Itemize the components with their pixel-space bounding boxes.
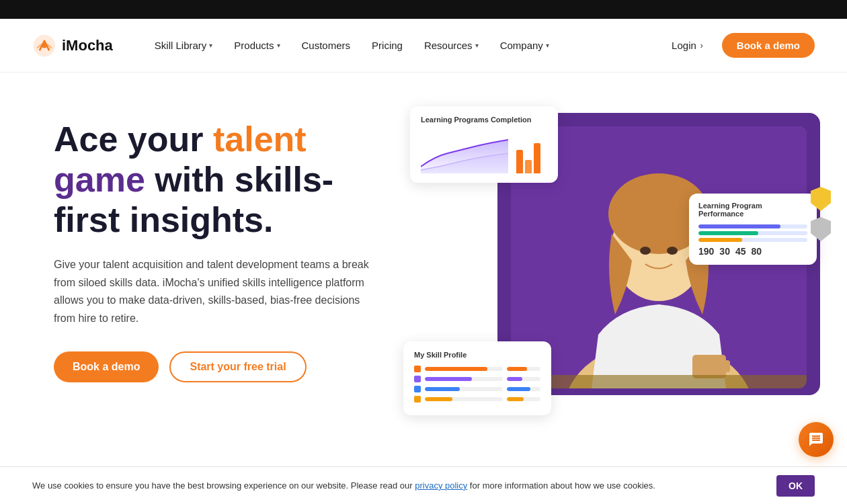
- skill-dot-3: [414, 386, 421, 392]
- chevron-down-icon: ▾: [546, 42, 549, 49]
- heading-game: game: [54, 160, 145, 199]
- skill-bar-bg-1: [425, 367, 503, 371]
- skill-bar-bg-3: [425, 387, 503, 391]
- card-lpp: Learning Program Performance 190: [689, 194, 817, 265]
- perf-num-1: 190: [698, 246, 714, 257]
- skill-bar-right-fill-1: [507, 367, 527, 371]
- shield-badges: [809, 185, 832, 243]
- perf-num-3: 45: [735, 246, 746, 257]
- logo-text: iMocha: [62, 37, 113, 54]
- hero-right: Learning Programs Completion: [417, 106, 793, 429]
- skill-row-1: [414, 366, 540, 372]
- free-trial-button[interactable]: Start your free trial: [169, 351, 306, 382]
- nav-item-products[interactable]: Products ▾: [225, 34, 289, 56]
- svg-rect-6: [692, 355, 726, 378]
- nav-item-pricing[interactable]: Pricing: [362, 34, 412, 56]
- card-learning-programs: Learning Programs Completion: [410, 106, 558, 183]
- skill-dot-2: [414, 376, 421, 382]
- skill-bar-fill-1: [425, 367, 487, 371]
- nav-right: Login › Book a demo: [663, 33, 815, 58]
- chevron-down-icon: ▾: [277, 42, 280, 49]
- skill-bar-fill-2: [425, 377, 472, 381]
- book-demo-nav-button[interactable]: Book a demo: [722, 33, 815, 58]
- lpc-bars: [516, 143, 540, 173]
- skill-row-2: [414, 376, 540, 382]
- skill-bar-right-fill-3: [507, 387, 530, 391]
- hero-heading: Ace your talent game with skills-first i…: [54, 120, 390, 240]
- shield-gray-icon: [809, 216, 832, 243]
- perf-num-4: 80: [752, 246, 762, 257]
- skill-dot-1: [414, 366, 421, 372]
- cookie-text-before: We use cookies to ensure you have the be…: [32, 480, 415, 491]
- svg-point-10: [667, 247, 678, 255]
- nav-item-customers[interactable]: Customers: [292, 34, 360, 56]
- nav-item-company[interactable]: Company ▾: [491, 34, 559, 56]
- hero-buttons: Book a demo Start your free trial: [54, 351, 390, 382]
- privacy-policy-link[interactable]: privacy policy: [415, 480, 467, 491]
- skill-bar-bg-4: [425, 397, 503, 401]
- cookie-text: We use cookies to ensure you have the be…: [32, 479, 655, 493]
- top-bar: [0, 0, 847, 19]
- hero-left: Ace your talent game with skills-first i…: [54, 113, 390, 382]
- svg-rect-8: [511, 375, 807, 388]
- card-lpc-title: Learning Programs Completion: [421, 116, 547, 124]
- hero-subtext: Give your talent acquisition and talent …: [54, 256, 376, 327]
- logo[interactable]: iMocha: [32, 34, 113, 58]
- skill-bar-right-3: [507, 387, 540, 391]
- card-skill-profile: My Skill Profile: [403, 341, 551, 415]
- cookie-ok-button[interactable]: OK: [776, 475, 815, 497]
- cookie-text-after: for more information about how we use co…: [467, 480, 655, 491]
- login-button[interactable]: Login ›: [663, 34, 711, 56]
- perf-num-2: 30: [719, 246, 730, 257]
- chevron-right-icon: ›: [700, 41, 703, 50]
- svg-rect-7: [725, 360, 730, 372]
- heading-talent: talent: [213, 120, 307, 159]
- heading-ace-your: Ace your: [54, 120, 213, 159]
- book-demo-hero-button[interactable]: Book a demo: [54, 351, 159, 382]
- skill-row-3: [414, 386, 540, 392]
- navbar: iMocha Skill Library ▾ Products ▾ Custom…: [0, 19, 847, 73]
- chat-icon: [808, 431, 824, 448]
- lpc-chart: [421, 133, 508, 173]
- card-msp-title: My Skill Profile: [414, 351, 540, 359]
- skill-bar-right-4: [507, 397, 540, 401]
- skill-bar-right-fill-2: [507, 377, 522, 381]
- skill-bar-right-2: [507, 377, 540, 381]
- cookie-banner: We use cookies to ensure you have the be…: [0, 466, 847, 504]
- skill-bar-right-1: [507, 367, 540, 371]
- skill-row-4: [414, 396, 540, 403]
- nav-item-skill-library[interactable]: Skill Library ▾: [145, 34, 223, 56]
- skill-bar-right-fill-4: [507, 397, 524, 401]
- chevron-down-icon: ▾: [475, 42, 479, 49]
- chevron-down-icon: ▾: [209, 42, 212, 49]
- shield-gold-icon: [809, 185, 832, 212]
- nav-item-resources[interactable]: Resources ▾: [415, 34, 488, 56]
- nav-links: Skill Library ▾ Products ▾ Customers Pri…: [145, 34, 663, 56]
- perf-numbers: 190 30 45 80: [698, 246, 807, 257]
- skill-dot-4: [414, 396, 421, 403]
- hero-section: Ace your talent game with skills-first i…: [0, 73, 847, 466]
- skill-bar-bg-2: [425, 377, 503, 381]
- chat-bubble-button[interactable]: [799, 422, 834, 457]
- card-lpp-title: Learning Program Performance: [698, 202, 807, 218]
- skill-bar-fill-3: [425, 387, 460, 391]
- skill-bar-fill-4: [425, 397, 452, 401]
- svg-point-9: [640, 247, 651, 255]
- logo-icon: [32, 34, 56, 58]
